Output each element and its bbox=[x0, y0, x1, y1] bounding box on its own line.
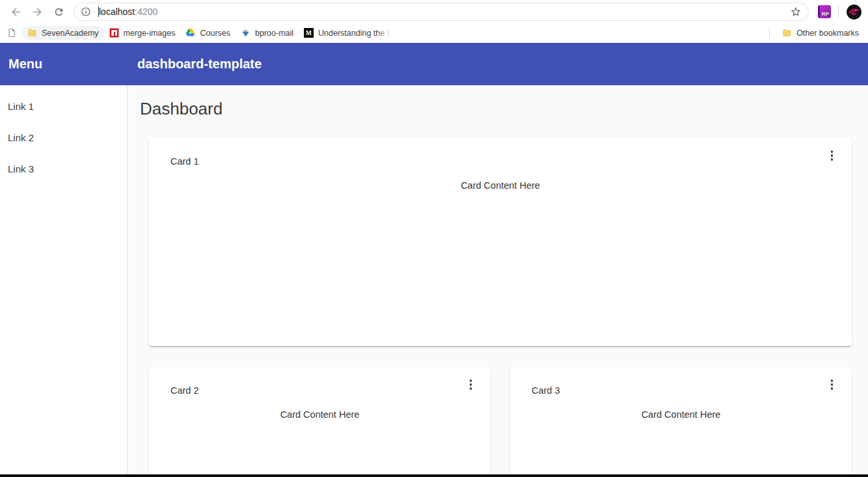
card-title: Card 2 bbox=[170, 385, 491, 396]
divider bbox=[769, 28, 770, 38]
forward-icon[interactable] bbox=[27, 2, 47, 21]
more-vert-icon[interactable] bbox=[830, 378, 835, 391]
bookmarks-bar: SevenAcademy merge-images Courses bproo-… bbox=[0, 23, 868, 43]
sidebar-item-link1[interactable]: Link 1 bbox=[0, 90, 127, 122]
sidebar-item-label: Link 2 bbox=[8, 132, 34, 143]
taskbar-edge bbox=[0, 474, 868, 477]
back-icon[interactable] bbox=[6, 2, 25, 21]
address-bar[interactable]: localhost:4200 bbox=[74, 3, 809, 21]
card-1: Card 1 Card Content Here bbox=[149, 138, 852, 346]
folder-icon bbox=[27, 28, 37, 38]
bookmark-star-icon[interactable] bbox=[790, 6, 802, 18]
rp-extension-icon[interactable]: RP bbox=[818, 5, 831, 18]
bookmark-label: Understanding the fil bbox=[318, 29, 391, 38]
browser-navigation-bar: localhost:4200 RP bbox=[0, 0, 868, 23]
card-2: Card 2 Card Content Here bbox=[149, 367, 491, 477]
sidebar-item-label: Link 3 bbox=[8, 163, 34, 174]
svg-text:M: M bbox=[306, 30, 312, 36]
bookmark-bproo-mail[interactable]: bproo-mail bbox=[236, 26, 299, 40]
bookmark-understanding[interactable]: M Understanding the fil bbox=[299, 26, 396, 40]
card-content: Card Content Here bbox=[149, 180, 852, 191]
bookmark-label: SevenAcademy bbox=[42, 29, 99, 38]
card-3: Card 3 Card Content Here bbox=[510, 367, 852, 477]
main-content: Dashboard Card 1 Card Content Here Card … bbox=[128, 85, 868, 477]
bookmark-sevenacademy[interactable]: SevenAcademy bbox=[22, 26, 104, 40]
blank-page-bookmark-icon[interactable] bbox=[4, 25, 20, 41]
divider bbox=[838, 6, 839, 18]
sidebar-item-label: Link 1 bbox=[8, 101, 34, 112]
page-app-title: dashboard-template bbox=[128, 57, 262, 72]
drive-icon bbox=[185, 28, 195, 38]
app-toolbar: Menu dashboard-template bbox=[0, 43, 868, 85]
more-vert-icon[interactable] bbox=[830, 149, 835, 162]
folder-icon bbox=[782, 28, 792, 38]
bookmark-label: Courses bbox=[200, 29, 230, 38]
bookmark-courses[interactable]: Courses bbox=[180, 26, 236, 40]
card-content: Card Content Here bbox=[510, 409, 852, 420]
reload-icon[interactable] bbox=[49, 2, 68, 21]
other-bookmarks-label: Other bookmarks bbox=[796, 29, 859, 38]
profile-avatar[interactable] bbox=[846, 4, 862, 20]
card-content: Card Content Here bbox=[149, 409, 491, 420]
app-body: Link 1 Link 2 Link 3 Dashboard Card 1 Ca… bbox=[0, 85, 868, 477]
url-text: localhost:4200 bbox=[99, 7, 157, 17]
sidenav: Link 1 Link 2 Link 3 bbox=[0, 85, 128, 477]
site-info-icon[interactable] bbox=[81, 7, 91, 17]
other-bookmarks[interactable]: Other bookmarks bbox=[777, 26, 864, 40]
sidebar-item-link3[interactable]: Link 3 bbox=[0, 153, 127, 184]
more-vert-icon[interactable] bbox=[468, 378, 474, 391]
page-title: Dashboard bbox=[140, 99, 852, 118]
card-title: Card 1 bbox=[170, 156, 852, 167]
bookmark-label: bproo-mail bbox=[255, 29, 293, 38]
cards-grid: Card 1 Card Content Here Card 2 Card Con… bbox=[149, 138, 852, 477]
sidebar-item-link2[interactable]: Link 2 bbox=[0, 122, 127, 153]
medium-icon: M bbox=[304, 28, 314, 38]
bookmark-label: merge-images bbox=[124, 29, 176, 38]
sidenav-menu-title: Menu bbox=[0, 57, 128, 72]
gem-icon bbox=[241, 28, 251, 38]
bookmark-merge-images[interactable]: merge-images bbox=[104, 26, 181, 40]
card-title: Card 3 bbox=[532, 385, 852, 396]
npm-icon bbox=[109, 28, 119, 38]
